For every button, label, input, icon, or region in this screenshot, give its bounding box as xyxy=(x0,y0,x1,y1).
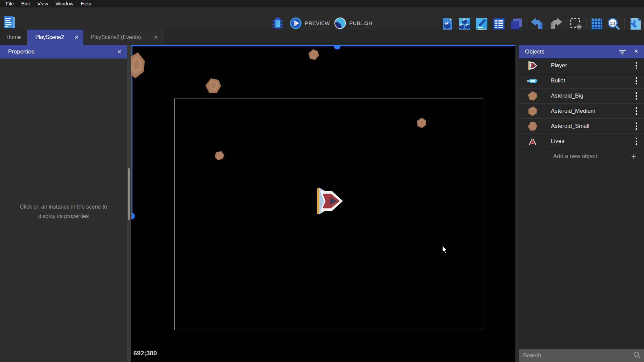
properties-title: Properties xyxy=(8,48,34,55)
canvas-vertical-scrollbar[interactable] xyxy=(127,45,131,362)
plus-icon[interactable]: + xyxy=(631,151,636,162)
toolbar-divider xyxy=(587,18,587,29)
tab-bar: Home PlayScene2 ✕ PlayScene2 (Events) ✕ xyxy=(0,30,644,45)
close-icon[interactable]: ✕ xyxy=(154,34,158,40)
preview-button[interactable]: PREVIEW xyxy=(290,16,330,30)
menu-file[interactable]: File xyxy=(2,0,17,7)
close-icon[interactable]: ✕ xyxy=(634,48,638,55)
search-input[interactable] xyxy=(519,352,633,359)
tab-playscene2-events[interactable]: PlayScene2 (Events) ✕ xyxy=(83,30,163,45)
scene-properties-icon[interactable] xyxy=(441,17,454,31)
selection-handle-top[interactable] xyxy=(334,46,340,49)
scene-settings-icon[interactable] xyxy=(628,17,641,31)
menu-view[interactable]: View xyxy=(34,0,52,7)
debug-icon[interactable] xyxy=(271,16,284,30)
play-preview-icon xyxy=(290,17,302,29)
objects-header: Objects ✕ xyxy=(519,45,644,58)
main-area: Properties ✕ Click on an instance in the… xyxy=(0,45,644,362)
search-icon xyxy=(633,351,641,360)
zoom-1-1-icon[interactable]: 1:1 xyxy=(607,17,620,31)
kebab-menu-icon[interactable] xyxy=(634,122,639,131)
object-row-lives[interactable]: Lives xyxy=(519,134,644,149)
add-new-object-button[interactable]: Add a new object + xyxy=(519,149,644,164)
object-row-bullet[interactable]: Bullet xyxy=(519,73,644,88)
kebab-menu-icon[interactable] xyxy=(634,76,639,85)
asteroid-instance[interactable] xyxy=(308,49,320,61)
close-icon[interactable]: ✕ xyxy=(74,34,79,40)
toolbar-divider xyxy=(527,18,527,29)
player-ship-instance[interactable] xyxy=(315,187,343,215)
menu-edit[interactable]: Edit xyxy=(17,0,34,7)
filter-icon[interactable] xyxy=(618,49,627,56)
player-ship-icon xyxy=(526,58,538,73)
publish-label: PUBLISH xyxy=(349,20,372,26)
publish-button[interactable]: PUBLISH xyxy=(334,16,372,30)
mouse-cursor xyxy=(442,246,448,254)
scene-canvas[interactable]: 692;380 xyxy=(131,45,515,362)
object-row-asteroid-medium[interactable]: Asteroid_Medium xyxy=(519,104,644,119)
cursor-coordinates: 692;380 xyxy=(133,350,157,357)
redo-icon[interactable] xyxy=(548,17,561,31)
publish-sphere-icon xyxy=(334,17,346,29)
object-row-asteroid-big[interactable]: Asteroid_Big xyxy=(519,88,644,104)
edit-scene-icon[interactable] xyxy=(475,17,488,31)
tab-home[interactable]: Home xyxy=(0,30,27,45)
canvas-right-gutter xyxy=(515,45,519,362)
layers-list-icon[interactable] xyxy=(492,17,506,31)
objects-title: Objects xyxy=(525,48,545,55)
deselect-icon[interactable] xyxy=(569,17,583,31)
bullet-icon xyxy=(526,73,538,88)
asteroid-instance[interactable] xyxy=(416,117,427,129)
tab-playscene2[interactable]: PlayScene2 ✕ xyxy=(27,30,83,45)
asteroid-icon xyxy=(526,104,538,118)
close-icon[interactable]: ✕ xyxy=(117,49,122,55)
object-row-player[interactable]: Player xyxy=(519,58,644,73)
instances-list-icon[interactable] xyxy=(510,17,523,31)
kebab-menu-icon[interactable] xyxy=(634,92,639,100)
object-row-asteroid-small[interactable]: Asteroid_Small xyxy=(519,119,644,134)
toolbar-divider xyxy=(566,18,566,29)
asteroid-icon xyxy=(526,88,538,103)
grid-icon[interactable] xyxy=(590,17,604,31)
asteroid-icon xyxy=(526,119,538,134)
asteroid-instance[interactable] xyxy=(214,150,225,161)
objects-list-icon[interactable] xyxy=(458,17,471,31)
toolbar-divider xyxy=(624,18,625,29)
objects-search-bar xyxy=(519,349,644,362)
preview-label: PREVIEW xyxy=(305,20,330,26)
project-manager-icon[interactable] xyxy=(3,15,17,29)
svg-text:1:1: 1:1 xyxy=(610,21,615,25)
kebab-menu-icon[interactable] xyxy=(634,137,639,146)
properties-hint: Click on an instance in the scene to dis… xyxy=(13,202,114,221)
undo-icon[interactable] xyxy=(530,17,544,31)
menu-bar: File Edit View Window Help xyxy=(0,0,644,7)
toolbar: PREVIEW PUBLISH xyxy=(0,7,644,30)
selection-top-edge xyxy=(131,45,515,46)
kebab-menu-icon[interactable] xyxy=(634,61,639,70)
menu-window[interactable]: Window xyxy=(52,0,77,7)
selection-handle-left[interactable] xyxy=(131,213,135,219)
kebab-menu-icon[interactable] xyxy=(634,107,639,115)
properties-header: Properties ✕ xyxy=(0,45,127,59)
menu-help[interactable]: Help xyxy=(77,0,95,7)
asteroid-instance[interactable] xyxy=(131,51,146,79)
lives-ship-icon xyxy=(526,134,538,149)
scrollbar-thumb[interactable] xyxy=(128,168,130,220)
properties-panel: Properties ✕ Click on an instance in the… xyxy=(0,45,127,362)
objects-panel: Objects ✕ Player Bullet xyxy=(519,45,644,362)
asteroid-instance[interactable] xyxy=(205,77,222,95)
